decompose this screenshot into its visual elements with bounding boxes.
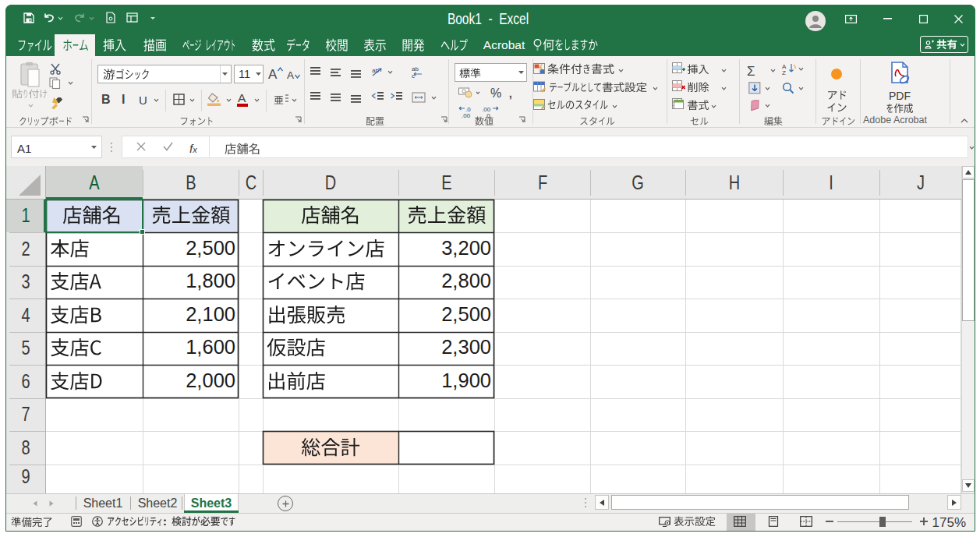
svg-text:ab: ab: [372, 67, 379, 74]
svg-text:.0: .0: [485, 112, 490, 118]
svg-text:.00: .00: [462, 112, 471, 118]
svg-text:c: c: [412, 72, 415, 78]
svg-text:Z: Z: [782, 69, 786, 75]
svg-text:ab: ab: [412, 65, 419, 72]
